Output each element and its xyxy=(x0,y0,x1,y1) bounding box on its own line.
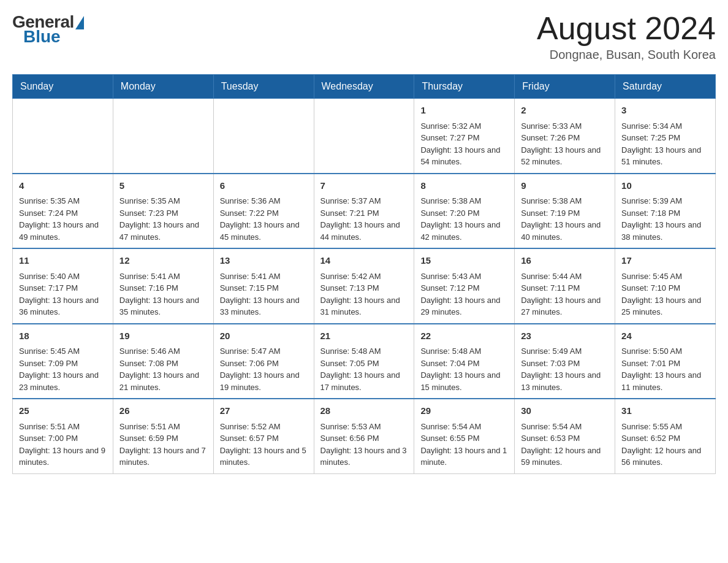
calendar-cell xyxy=(13,99,113,174)
day-info: Sunrise: 5:51 AM Sunset: 6:59 PM Dayligh… xyxy=(119,421,207,469)
day-number: 15 xyxy=(420,254,508,268)
title-section: August 2024 Dongnae, Busan, South Korea xyxy=(537,12,716,62)
column-header-monday: Monday xyxy=(113,75,213,99)
calendar-cell: 25Sunrise: 5:51 AM Sunset: 7:00 PM Dayli… xyxy=(13,399,113,473)
calendar-table: SundayMondayTuesdayWednesdayThursdayFrid… xyxy=(12,74,716,474)
day-number: 8 xyxy=(420,179,508,193)
calendar-cell: 16Sunrise: 5:44 AM Sunset: 7:11 PM Dayli… xyxy=(515,248,615,324)
calendar-cell: 9Sunrise: 5:38 AM Sunset: 7:19 PM Daylig… xyxy=(515,174,615,249)
day-number: 25 xyxy=(19,404,107,418)
day-number: 22 xyxy=(420,329,508,343)
day-info: Sunrise: 5:50 AM Sunset: 7:01 PM Dayligh… xyxy=(621,345,709,393)
calendar-cell: 27Sunrise: 5:52 AM Sunset: 6:57 PM Dayli… xyxy=(213,399,314,473)
day-number: 11 xyxy=(19,254,107,268)
month-title: August 2024 xyxy=(537,12,716,44)
calendar-cell: 12Sunrise: 5:41 AM Sunset: 7:16 PM Dayli… xyxy=(113,248,213,324)
day-number: 10 xyxy=(621,179,709,193)
calendar-cell: 20Sunrise: 5:47 AM Sunset: 7:06 PM Dayli… xyxy=(213,324,314,399)
day-info: Sunrise: 5:48 AM Sunset: 7:04 PM Dayligh… xyxy=(420,345,508,393)
day-info: Sunrise: 5:51 AM Sunset: 7:00 PM Dayligh… xyxy=(19,421,107,469)
day-number: 31 xyxy=(621,404,709,418)
day-number: 28 xyxy=(320,404,408,418)
day-number: 2 xyxy=(521,104,609,118)
day-number: 26 xyxy=(119,404,207,418)
day-number: 19 xyxy=(119,329,207,343)
calendar-cell xyxy=(213,99,314,174)
day-number: 1 xyxy=(420,104,508,118)
day-info: Sunrise: 5:37 AM Sunset: 7:21 PM Dayligh… xyxy=(320,195,408,243)
column-header-tuesday: Tuesday xyxy=(213,75,314,99)
day-number: 27 xyxy=(220,404,308,418)
day-info: Sunrise: 5:45 AM Sunset: 7:09 PM Dayligh… xyxy=(19,345,107,393)
calendar-cell: 18Sunrise: 5:45 AM Sunset: 7:09 PM Dayli… xyxy=(13,324,113,399)
calendar-cell: 4Sunrise: 5:35 AM Sunset: 7:24 PM Daylig… xyxy=(13,174,113,249)
day-info: Sunrise: 5:55 AM Sunset: 6:52 PM Dayligh… xyxy=(621,421,709,469)
day-info: Sunrise: 5:52 AM Sunset: 6:57 PM Dayligh… xyxy=(220,421,308,469)
day-info: Sunrise: 5:53 AM Sunset: 6:56 PM Dayligh… xyxy=(320,421,408,469)
calendar-cell: 2Sunrise: 5:33 AM Sunset: 7:26 PM Daylig… xyxy=(515,99,615,174)
column-header-sunday: Sunday xyxy=(13,75,113,99)
calendar-cell: 8Sunrise: 5:38 AM Sunset: 7:20 PM Daylig… xyxy=(414,174,515,249)
day-info: Sunrise: 5:35 AM Sunset: 7:23 PM Dayligh… xyxy=(119,195,207,243)
calendar-cell: 3Sunrise: 5:34 AM Sunset: 7:25 PM Daylig… xyxy=(615,99,716,174)
day-info: Sunrise: 5:54 AM Sunset: 6:55 PM Dayligh… xyxy=(420,421,508,469)
day-info: Sunrise: 5:42 AM Sunset: 7:13 PM Dayligh… xyxy=(320,270,408,318)
calendar-cell: 19Sunrise: 5:46 AM Sunset: 7:08 PM Dayli… xyxy=(113,324,213,399)
day-number: 18 xyxy=(19,329,107,343)
day-number: 4 xyxy=(19,179,107,193)
calendar-cell: 17Sunrise: 5:45 AM Sunset: 7:10 PM Dayli… xyxy=(615,248,716,324)
day-number: 7 xyxy=(320,179,408,193)
day-number: 29 xyxy=(420,404,508,418)
calendar-cell: 23Sunrise: 5:49 AM Sunset: 7:03 PM Dayli… xyxy=(515,324,615,399)
column-header-saturday: Saturday xyxy=(615,75,716,99)
calendar-cell: 7Sunrise: 5:37 AM Sunset: 7:21 PM Daylig… xyxy=(314,174,414,249)
calendar-cell xyxy=(314,99,414,174)
day-info: Sunrise: 5:36 AM Sunset: 7:22 PM Dayligh… xyxy=(220,195,308,243)
day-info: Sunrise: 5:35 AM Sunset: 7:24 PM Dayligh… xyxy=(19,195,107,243)
logo: General Blue xyxy=(12,12,84,47)
calendar-cell: 1Sunrise: 5:32 AM Sunset: 7:27 PM Daylig… xyxy=(414,99,515,174)
day-number: 5 xyxy=(119,179,207,193)
day-info: Sunrise: 5:38 AM Sunset: 7:20 PM Dayligh… xyxy=(420,195,508,243)
column-header-thursday: Thursday xyxy=(414,75,515,99)
calendar-cell: 6Sunrise: 5:36 AM Sunset: 7:22 PM Daylig… xyxy=(213,174,314,249)
day-info: Sunrise: 5:48 AM Sunset: 7:05 PM Dayligh… xyxy=(320,345,408,393)
day-number: 17 xyxy=(621,254,709,268)
day-info: Sunrise: 5:54 AM Sunset: 6:53 PM Dayligh… xyxy=(521,421,609,469)
calendar-cell: 15Sunrise: 5:43 AM Sunset: 7:12 PM Dayli… xyxy=(414,248,515,324)
day-number: 13 xyxy=(220,254,308,268)
day-info: Sunrise: 5:39 AM Sunset: 7:18 PM Dayligh… xyxy=(621,195,709,243)
day-number: 23 xyxy=(521,329,609,343)
day-number: 12 xyxy=(119,254,207,268)
day-info: Sunrise: 5:49 AM Sunset: 7:03 PM Dayligh… xyxy=(521,345,609,393)
week-row-5: 25Sunrise: 5:51 AM Sunset: 7:00 PM Dayli… xyxy=(13,399,716,473)
logo-blue-text: Blue xyxy=(23,27,84,47)
column-header-wednesday: Wednesday xyxy=(314,75,414,99)
calendar-cell: 10Sunrise: 5:39 AM Sunset: 7:18 PM Dayli… xyxy=(615,174,716,249)
day-info: Sunrise: 5:44 AM Sunset: 7:11 PM Dayligh… xyxy=(521,270,609,318)
day-number: 3 xyxy=(621,104,709,118)
week-row-3: 11Sunrise: 5:40 AM Sunset: 7:17 PM Dayli… xyxy=(13,248,716,324)
day-number: 9 xyxy=(521,179,609,193)
day-info: Sunrise: 5:47 AM Sunset: 7:06 PM Dayligh… xyxy=(220,345,308,393)
calendar-cell: 11Sunrise: 5:40 AM Sunset: 7:17 PM Dayli… xyxy=(13,248,113,324)
day-info: Sunrise: 5:46 AM Sunset: 7:08 PM Dayligh… xyxy=(119,345,207,393)
day-info: Sunrise: 5:38 AM Sunset: 7:19 PM Dayligh… xyxy=(521,195,609,243)
location-text: Dongnae, Busan, South Korea xyxy=(537,48,716,62)
calendar-cell: 31Sunrise: 5:55 AM Sunset: 6:52 PM Dayli… xyxy=(615,399,716,473)
day-info: Sunrise: 5:41 AM Sunset: 7:16 PM Dayligh… xyxy=(119,270,207,318)
day-info: Sunrise: 5:33 AM Sunset: 7:26 PM Dayligh… xyxy=(521,120,609,168)
day-info: Sunrise: 5:43 AM Sunset: 7:12 PM Dayligh… xyxy=(420,270,508,318)
day-info: Sunrise: 5:40 AM Sunset: 7:17 PM Dayligh… xyxy=(19,270,107,318)
week-row-4: 18Sunrise: 5:45 AM Sunset: 7:09 PM Dayli… xyxy=(13,324,716,399)
week-row-2: 4Sunrise: 5:35 AM Sunset: 7:24 PM Daylig… xyxy=(13,174,716,249)
day-info: Sunrise: 5:34 AM Sunset: 7:25 PM Dayligh… xyxy=(621,120,709,168)
day-number: 30 xyxy=(521,404,609,418)
calendar-cell: 21Sunrise: 5:48 AM Sunset: 7:05 PM Dayli… xyxy=(314,324,414,399)
day-number: 24 xyxy=(621,329,709,343)
calendar-cell: 29Sunrise: 5:54 AM Sunset: 6:55 PM Dayli… xyxy=(414,399,515,473)
day-number: 16 xyxy=(521,254,609,268)
calendar-cell: 22Sunrise: 5:48 AM Sunset: 7:04 PM Dayli… xyxy=(414,324,515,399)
day-info: Sunrise: 5:45 AM Sunset: 7:10 PM Dayligh… xyxy=(621,270,709,318)
calendar-cell: 30Sunrise: 5:54 AM Sunset: 6:53 PM Dayli… xyxy=(515,399,615,473)
